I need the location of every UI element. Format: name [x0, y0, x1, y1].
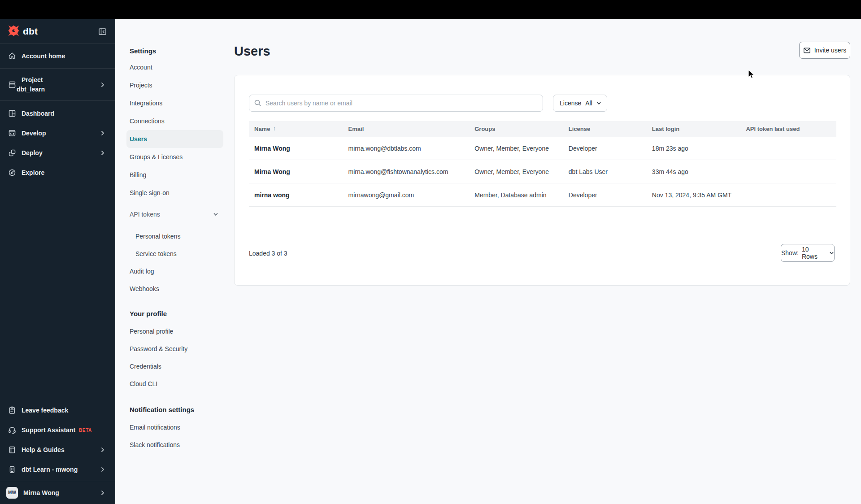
table-header-row: Name ↑ Email Groups License Last login A… — [249, 121, 836, 137]
home-icon — [8, 52, 17, 61]
chevron-down-icon — [213, 211, 219, 217]
invite-users-button[interactable]: Invite users — [799, 42, 850, 59]
settings-item-connections[interactable]: Connections — [126, 112, 223, 130]
search-icon — [254, 99, 261, 109]
code-editor-icon — [8, 129, 17, 138]
chevron-right-icon — [100, 490, 105, 495]
settings-item-api-tokens[interactable]: API tokens — [126, 205, 223, 223]
sidebar-item-help-guides[interactable]: Help & Guides — [0, 440, 115, 460]
sidebar-item-deploy[interactable]: Deploy — [0, 143, 115, 163]
chevron-down-icon — [596, 101, 601, 106]
compass-icon — [8, 168, 17, 177]
license-filter-select[interactable]: License All — [553, 95, 607, 112]
settings-item-slack-notifications[interactable]: Slack notifications — [126, 436, 223, 453]
settings-item-integrations[interactable]: Integrations — [126, 94, 223, 112]
user-name: Mirna Wong — [23, 489, 59, 496]
sidebar-item-leave-feedback[interactable]: Leave feedback — [0, 400, 115, 420]
clipboard-icon — [8, 406, 17, 415]
settings-item-email-notifications[interactable]: Email notifications — [126, 418, 223, 436]
settings-item-account[interactable]: Account — [126, 58, 223, 76]
settings-nav: Settings Account Projects Integrations C… — [126, 19, 223, 453]
chevron-right-icon — [100, 447, 105, 452]
beta-badge: BETA — [79, 428, 92, 433]
sidebar-item-explore[interactable]: Explore — [0, 163, 115, 182]
collapse-sidebar-icon[interactable] — [99, 28, 106, 35]
settings-item-projects[interactable]: Projects — [126, 76, 223, 94]
sidebar-item-dashboard[interactable]: Dashboard — [0, 104, 115, 123]
headset-icon — [8, 426, 17, 434]
sort-ascending-icon: ↑ — [273, 126, 275, 132]
sidebar-item-develop[interactable]: Develop — [0, 123, 115, 143]
dashboard-grid-icon — [8, 109, 17, 118]
sidebar-nav-group: Dashboard Develop — [0, 101, 115, 182]
settings-title: Settings — [126, 43, 223, 58]
settings-item-cloud-cli[interactable]: Cloud CLI — [126, 375, 223, 392]
column-header-license[interactable]: License — [563, 126, 647, 132]
settings-item-billing[interactable]: Billing — [126, 166, 223, 184]
top-black-bar — [0, 0, 861, 19]
project-label: Project — [22, 75, 45, 84]
project-box-icon — [8, 80, 17, 89]
your-profile-title: Your profile — [126, 304, 223, 322]
column-header-last-login[interactable]: Last login — [647, 126, 741, 132]
column-header-email[interactable]: Email — [343, 126, 470, 132]
show-rows-select[interactable]: Show: 10 Rows — [781, 244, 835, 262]
sidebar: dbt Account home Project dbt_l — [0, 19, 115, 504]
settings-item-credentials[interactable]: Credentials — [126, 357, 223, 375]
table-row[interactable]: Mirna Wong mirna.wong@dbtlabs.com Owner,… — [249, 137, 836, 160]
license-label: License — [560, 100, 581, 107]
column-header-groups[interactable]: Groups — [469, 126, 563, 132]
chevron-right-icon — [100, 150, 105, 156]
show-value: 10 Rows — [802, 246, 826, 260]
settings-item-service-tokens[interactable]: Service tokens — [126, 245, 223, 262]
license-value: All — [585, 100, 592, 107]
settings-item-personal-profile[interactable]: Personal profile — [126, 322, 223, 340]
column-header-name[interactable]: Name ↑ — [249, 126, 343, 132]
logo-text: dbt — [23, 26, 38, 37]
table-row[interactable]: Mirna Wong mirna.wong@fishtownanalytics.… — [249, 160, 836, 183]
settings-item-password-security[interactable]: Password & Security — [126, 340, 223, 357]
dbt-logo-icon — [8, 25, 20, 39]
deploy-windows-icon — [8, 148, 17, 157]
sidebar-user-menu[interactable]: MW Mirna Wong — [0, 481, 115, 504]
sidebar-item-project[interactable]: Project dbt_learn — [0, 69, 115, 101]
building-icon — [8, 465, 17, 474]
settings-item-users[interactable]: Users — [126, 130, 223, 148]
column-header-api-token[interactable]: API token last used — [740, 126, 836, 132]
search-wrap — [249, 95, 543, 112]
settings-item-personal-tokens[interactable]: Personal tokens — [126, 227, 223, 245]
sidebar-footer-group: Leave feedback Support Assistant BETA — [0, 400, 115, 479]
logo-row: dbt — [0, 19, 115, 44]
users-card: License All Name ↑ Email Groups License … — [234, 75, 850, 286]
chevron-down-icon — [829, 251, 834, 256]
avatar: MW — [6, 487, 18, 499]
page-title: Users — [234, 44, 270, 59]
chevron-right-icon — [100, 82, 105, 87]
chevron-right-icon — [100, 130, 105, 136]
sidebar-item-support-assistant[interactable]: Support Assistant BETA — [0, 420, 115, 440]
sidebar-item-dbt-learn[interactable]: dbt Learn - mwong — [0, 460, 115, 479]
chevron-right-icon — [100, 467, 105, 472]
settings-item-groups-licenses[interactable]: Groups & Licenses — [126, 148, 223, 166]
settings-item-webhooks[interactable]: Webhooks — [126, 280, 223, 297]
project-name: dbt_learn — [17, 85, 45, 94]
notification-settings-title: Notification settings — [126, 400, 223, 418]
envelope-icon — [803, 47, 811, 54]
show-label: Show: — [781, 249, 799, 256]
settings-item-audit-log[interactable]: Audit log — [126, 262, 223, 280]
book-icon — [8, 445, 17, 454]
settings-item-single-sign-on[interactable]: Single sign-on — [126, 184, 223, 202]
loaded-status: Loaded 3 of 3 — [249, 250, 287, 257]
table-row[interactable]: mirna wong mirnawong@gmail.com Member, D… — [249, 183, 836, 207]
search-input[interactable] — [249, 95, 543, 112]
sidebar-item-account-home[interactable]: Account home — [0, 44, 115, 69]
